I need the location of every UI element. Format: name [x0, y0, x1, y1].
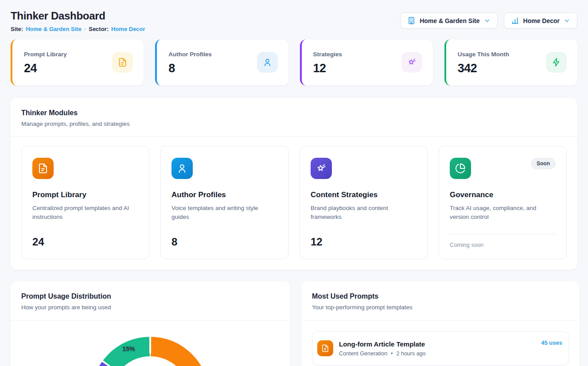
prompt-usage-panel: Prompt Usage Distribution How your promp… — [11, 281, 290, 366]
thinker-modules-panel: Thinker Modules Manage prompts, profiles… — [11, 98, 577, 270]
sector-selector-button[interactable]: Home Decor — [504, 12, 577, 29]
module-title: Prompt Library — [32, 191, 138, 199]
prompts-panel-subtitle: Your top-performing prompt templates — [312, 304, 569, 311]
site-selector-label: Home & Garden Site — [420, 17, 479, 24]
prompt-list-item[interactable]: Long-form Article Template Content Gener… — [312, 331, 569, 366]
module-description: Voice templates and writing style guides — [171, 204, 277, 222]
bar-chart-icon — [511, 16, 519, 25]
soon-badge: Soon — [531, 158, 556, 169]
breadcrumb: Site: Home & Garden Site · Sector: Home … — [11, 26, 145, 32]
building-icon — [407, 16, 416, 25]
stats-row: Prompt Library 24 Author Profiles 8 Stra… — [11, 39, 577, 86]
file-text-icon — [32, 158, 54, 179]
separator-dot: · — [84, 26, 86, 32]
site-link[interactable]: Home & Garden Site — [26, 26, 82, 32]
usage-panel-title: Prompt Usage Distribution — [21, 292, 279, 300]
module-card-prompt-library[interactable]: Prompt Library Centralized prompt templa… — [21, 146, 149, 259]
site-label: Site: — [11, 26, 23, 32]
sector-selector-label: Home Decor — [523, 17, 560, 24]
prompt-category: Content Generation — [339, 350, 387, 357]
pie-chart-icon — [450, 158, 471, 179]
site-selector-button[interactable]: Home & Garden Site — [400, 12, 497, 29]
divider — [450, 234, 556, 234]
donut-chart: 15% — [91, 337, 209, 366]
module-description: Brand playbooks and content frameworks — [311, 204, 417, 222]
chevron-down-icon — [564, 17, 570, 24]
sector-label: Sector: — [89, 26, 109, 32]
prompt-time: 2 hours ago — [397, 350, 426, 357]
module-title: Author Profiles — [171, 191, 277, 199]
module-count: 12 — [311, 236, 417, 248]
coming-soon-text: Coming soon — [450, 241, 556, 248]
module-title: Governance — [450, 191, 556, 199]
zap-icon — [546, 52, 567, 73]
stat-card-usage: Usage This Month 342 — [444, 39, 577, 86]
prompt-uses-badge: 45 uses — [541, 339, 562, 346]
chevron-down-icon — [484, 17, 491, 24]
usage-panel-subtitle: How your prompts are being used — [21, 304, 279, 311]
module-card-author-profiles[interactable]: Author Profiles Voice templates and writ… — [160, 146, 288, 259]
user-icon — [171, 158, 193, 179]
star-sparkle-icon — [311, 158, 332, 179]
module-count: 24 — [32, 236, 138, 248]
page-header: Thinker Dashboard Site: Home & Garden Si… — [11, 10, 577, 32]
most-used-prompts-panel: Most Used Prompts Your top-performing pr… — [301, 281, 580, 366]
stat-card-prompt-library: Prompt Library 24 — [11, 39, 144, 86]
prompts-panel-title: Most Used Prompts — [312, 292, 569, 300]
stat-card-author-profiles: Author Profiles 8 — [155, 39, 288, 86]
file-text-icon — [317, 340, 333, 356]
separator-dot: • — [391, 350, 393, 357]
user-icon — [257, 52, 278, 73]
modules-panel-title: Thinker Modules — [21, 109, 567, 117]
page-title: Thinker Dashboard — [11, 10, 145, 22]
module-description: Centralized prompt templates and AI inst… — [32, 204, 138, 222]
file-text-icon — [112, 52, 133, 73]
donut-chart-area: 15% — [11, 320, 290, 366]
module-card-governance[interactable]: Soon Governance Track AI usage, complian… — [439, 146, 567, 259]
stat-card-strategies: Strategies 12 — [300, 39, 433, 86]
module-title: Content Strategies — [311, 191, 417, 199]
modules-panel-subtitle: Manage prompts, profiles, and strategies — [21, 121, 567, 127]
module-card-content-strategies[interactable]: Content Strategies Brand playbooks and c… — [300, 146, 428, 259]
module-count: 8 — [171, 236, 277, 248]
sector-link[interactable]: Home Decor — [111, 26, 145, 32]
module-description: Track AI usage, compliance, and version … — [450, 204, 556, 222]
prompt-title: Long-form Article Template — [339, 340, 535, 348]
dashboard-page: Thinker Dashboard Site: Home & Garden Si… — [0, 0, 588, 366]
star-sparkle-icon — [401, 52, 422, 73]
donut-segment-label: 15% — [122, 345, 135, 352]
